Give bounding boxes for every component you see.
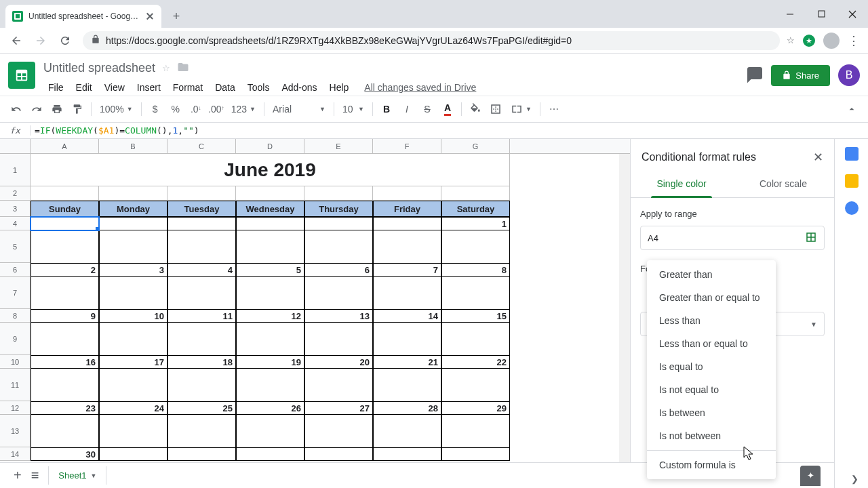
calendar-body-cell[interactable] bbox=[99, 277, 167, 309]
increase-decimal-button[interactable]: .00↑ bbox=[207, 100, 226, 119]
browser-menu-icon[interactable]: ⋮ bbox=[848, 33, 860, 48]
sheet-tab[interactable]: Sheet1 ▼ bbox=[48, 466, 106, 485]
font-size-select[interactable]: 10 ▼ bbox=[338, 104, 368, 115]
calendar-body-cell[interactable] bbox=[31, 323, 99, 355]
day-header-cell[interactable]: Saturday bbox=[441, 201, 510, 217]
calendar-date-cell[interactable]: 25 bbox=[167, 401, 236, 415]
calendar-body-cell[interactable] bbox=[373, 323, 441, 355]
fill-color-button[interactable] bbox=[466, 100, 485, 119]
close-window-button[interactable] bbox=[837, 0, 868, 28]
calendar-date-cell[interactable] bbox=[304, 217, 373, 230]
user-avatar[interactable]: B bbox=[838, 64, 860, 86]
calendar-body-cell[interactable] bbox=[99, 415, 167, 447]
menu-data[interactable]: Data bbox=[210, 79, 240, 96]
more-toolbar-button[interactable]: ⋯ bbox=[545, 100, 564, 119]
italic-button[interactable]: I bbox=[397, 100, 416, 119]
row-header[interactable]: 12 bbox=[0, 401, 31, 415]
decrease-decimal-button[interactable]: .0↓ bbox=[186, 100, 205, 119]
calendar-body-cell[interactable] bbox=[441, 415, 510, 447]
calendar-date-cell[interactable]: 24 bbox=[99, 401, 167, 415]
browser-tab[interactable]: Untitled spreadsheet - Google S bbox=[5, 5, 161, 28]
row-header[interactable]: 3 bbox=[0, 201, 31, 217]
calendar-date-cell[interactable]: 14 bbox=[373, 309, 441, 323]
menu-addons[interactable]: Add-ons bbox=[277, 79, 321, 96]
menu-tools[interactable]: Tools bbox=[243, 79, 275, 96]
rule-option[interactable]: Greater than bbox=[647, 263, 776, 286]
calendar-body-cell[interactable] bbox=[304, 230, 373, 263]
reload-button[interactable] bbox=[54, 30, 76, 52]
rule-option[interactable]: Less than or equal to bbox=[647, 332, 776, 355]
spreadsheet-grid[interactable]: A B C D E F G 1 June 2019 2 3 SundayMond… bbox=[0, 139, 631, 488]
cell[interactable] bbox=[167, 186, 236, 201]
zoom-select[interactable]: 100% ▼ bbox=[96, 104, 137, 115]
cell[interactable] bbox=[441, 186, 510, 201]
calendar-date-cell[interactable]: 26 bbox=[236, 401, 304, 415]
calendar-body-cell[interactable] bbox=[373, 277, 441, 309]
row-header[interactable]: 10 bbox=[0, 355, 31, 369]
col-header[interactable]: C bbox=[167, 139, 236, 153]
calendar-date-cell[interactable]: 10 bbox=[99, 309, 167, 323]
row-header[interactable]: 2 bbox=[0, 186, 31, 201]
calendar-body-cell[interactable] bbox=[441, 323, 510, 355]
calendar-addon-icon[interactable] bbox=[845, 147, 859, 161]
calendar-date-cell[interactable]: 28 bbox=[373, 401, 441, 415]
calendar-body-cell[interactable] bbox=[441, 277, 510, 309]
calendar-body-cell[interactable] bbox=[167, 277, 236, 309]
calendar-date-cell[interactable] bbox=[441, 447, 510, 461]
row-header[interactable]: 9 bbox=[0, 323, 31, 355]
tab-single-color[interactable]: Single color bbox=[631, 170, 732, 197]
calendar-body-cell[interactable] bbox=[373, 230, 441, 263]
calendar-body-cell[interactable] bbox=[99, 369, 167, 401]
cell[interactable] bbox=[236, 186, 304, 201]
calendar-body-cell[interactable] bbox=[236, 323, 304, 355]
row-header[interactable]: 11 bbox=[0, 369, 31, 401]
menu-view[interactable]: View bbox=[100, 79, 130, 96]
day-header-cell[interactable]: Sunday bbox=[31, 201, 99, 217]
calendar-date-cell[interactable] bbox=[373, 447, 441, 461]
row-header[interactable]: 7 bbox=[0, 277, 31, 309]
calendar-body-cell[interactable] bbox=[167, 323, 236, 355]
calendar-body-cell[interactable] bbox=[373, 415, 441, 447]
calendar-date-cell[interactable]: 22 bbox=[441, 355, 510, 369]
calendar-body-cell[interactable] bbox=[236, 277, 304, 309]
rule-option[interactable]: Is not between bbox=[647, 424, 776, 447]
menu-insert[interactable]: Insert bbox=[132, 79, 165, 96]
col-header[interactable]: F bbox=[373, 139, 441, 153]
calendar-body-cell[interactable] bbox=[236, 369, 304, 401]
calendar-date-cell[interactable]: 9 bbox=[31, 309, 99, 323]
calendar-body-cell[interactable] bbox=[441, 230, 510, 263]
select-all-corner[interactable] bbox=[0, 139, 31, 153]
more-formats-select[interactable]: 123 ▼ bbox=[227, 104, 260, 115]
cell[interactable] bbox=[99, 186, 167, 201]
vertical-scrollbar[interactable]: ▲ ▼ bbox=[619, 154, 630, 486]
calendar-body-cell[interactable] bbox=[304, 323, 373, 355]
day-header-cell[interactable]: Wednesday bbox=[236, 201, 304, 217]
calendar-date-cell[interactable]: 2 bbox=[31, 263, 99, 277]
range-input[interactable]: A4 bbox=[640, 226, 825, 250]
col-header[interactable]: A bbox=[31, 139, 99, 153]
maximize-button[interactable] bbox=[806, 0, 837, 28]
expand-rail-button[interactable]: ❯ bbox=[851, 474, 859, 484]
explore-button[interactable]: ✦ bbox=[800, 466, 821, 486]
menu-edit[interactable]: Edit bbox=[71, 79, 97, 96]
comment-icon[interactable] bbox=[747, 66, 763, 85]
url-input[interactable]: https://docs.google.com/spreadsheets/d/1… bbox=[83, 31, 780, 50]
calendar-date-cell[interactable] bbox=[99, 217, 167, 230]
print-button[interactable] bbox=[47, 100, 66, 119]
calendar-date-cell[interactable]: 3 bbox=[99, 263, 167, 277]
menu-file[interactable]: File bbox=[43, 79, 68, 96]
day-header-cell[interactable]: Thursday bbox=[304, 201, 373, 217]
currency-button[interactable]: $ bbox=[146, 100, 165, 119]
calendar-date-cell[interactable] bbox=[167, 447, 236, 461]
col-header[interactable]: E bbox=[304, 139, 373, 153]
new-tab-button[interactable]: + bbox=[167, 7, 186, 26]
minimize-button[interactable] bbox=[774, 0, 806, 28]
calendar-body-cell[interactable] bbox=[304, 277, 373, 309]
text-color-button[interactable]: A bbox=[438, 100, 457, 119]
row-header[interactable]: 5 bbox=[0, 230, 31, 263]
row-header[interactable]: 8 bbox=[0, 309, 31, 323]
calendar-body-cell[interactable] bbox=[304, 369, 373, 401]
keep-addon-icon[interactable] bbox=[845, 174, 859, 188]
strikethrough-button[interactable]: S bbox=[418, 100, 437, 119]
calendar-body-cell[interactable] bbox=[99, 230, 167, 263]
